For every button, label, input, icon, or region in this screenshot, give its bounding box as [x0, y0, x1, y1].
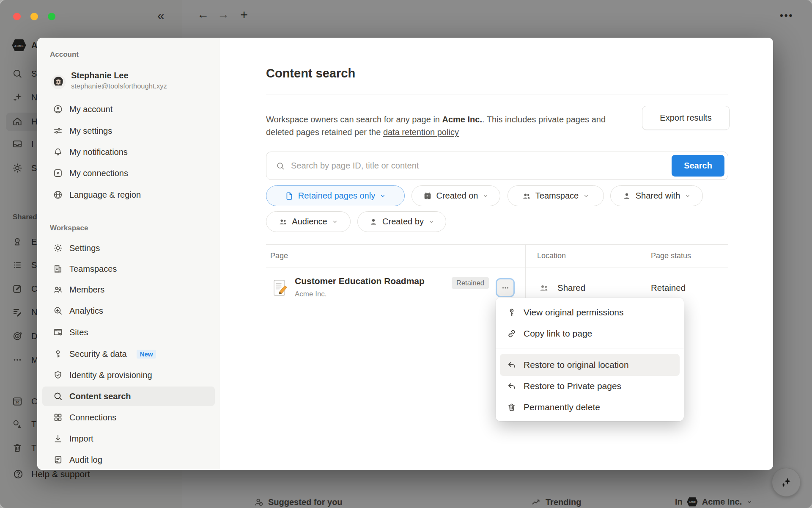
nav-item-content-search[interactable]: Content search	[53, 387, 131, 405]
workspace-section-header: Workspace	[50, 224, 88, 232]
desktop: « ACME Acme Inc. S N H I S Shared E S C …	[0, 0, 812, 508]
column-header-page: Page	[270, 251, 288, 260]
column-header-page-status: Page status	[651, 251, 691, 260]
chevron-down-icon	[583, 193, 590, 199]
row-location: Shared	[557, 283, 585, 293]
retained-badge: Retained	[452, 277, 489, 289]
nav-label: Audit log	[69, 455, 102, 465]
nav-item-my-account[interactable]: My account	[53, 100, 112, 118]
chip-label: Shared with	[636, 191, 680, 201]
filter-chip-retained-pages-only[interactable]: Retained pages only	[266, 185, 405, 206]
nav-item-import[interactable]: Import	[53, 430, 93, 447]
nav-label: Sites	[69, 328, 88, 337]
workspace-name-bold: Acme Inc.	[442, 115, 482, 124]
nav-label: Identity & provisioning	[69, 370, 152, 380]
export-results-button[interactable]: Export results	[642, 106, 730, 130]
document-icon	[285, 191, 294, 201]
filter-chip-audience[interactable]: Audience	[266, 211, 351, 232]
zoom-window-button[interactable]	[48, 13, 55, 20]
menu-item-view-original-permissions[interactable]: View original permissions	[496, 302, 684, 323]
close-window-button[interactable]	[13, 13, 21, 20]
nav-item-ws-settings[interactable]: Settings	[53, 239, 100, 257]
scroll-icon	[53, 455, 63, 465]
row-page-title[interactable]: Customer Education Roadmap	[295, 276, 425, 286]
people-icon	[278, 217, 288, 226]
filter-chip-teamspace[interactable]: Teamspace	[508, 185, 604, 206]
title-divider	[266, 94, 728, 94]
grid-icon	[53, 412, 63, 422]
key-icon	[507, 307, 517, 318]
nav-item-identity-provisioning[interactable]: Identity & provisioning	[53, 366, 152, 384]
nav-label: Import	[69, 434, 93, 444]
nav-label: Settings	[69, 243, 100, 253]
nav-item-my-notifications[interactable]: My notifications	[53, 143, 128, 161]
app-window: « ACME Acme Inc. S N H I S Shared E S C …	[0, 0, 812, 508]
menu-divider	[496, 348, 684, 348]
menu-label: Permanently delete	[524, 402, 600, 412]
nav-label: Content search	[69, 392, 131, 401]
chevron-down-icon	[428, 218, 435, 225]
calendar-icon	[423, 191, 432, 201]
search-input[interactable]	[290, 160, 672, 171]
person-circle-icon	[53, 104, 63, 114]
person-icon	[622, 191, 631, 201]
chevron-down-icon	[684, 193, 691, 199]
arrow-out-box-icon	[53, 168, 63, 178]
menu-item-restore-original-location[interactable]: Restore to original location	[496, 354, 684, 375]
sliders-icon	[53, 126, 63, 136]
menu-item-restore-private-pages[interactable]: Restore to Private pages	[496, 375, 684, 397]
nav-label: Connections	[69, 413, 116, 422]
chevron-down-icon	[332, 218, 338, 225]
table-header-divider	[266, 268, 728, 268]
filter-chip-created-on[interactable]: Created on	[411, 185, 500, 206]
desc-text: Workspace owners can search for any page…	[266, 115, 442, 124]
nav-item-analytics[interactable]: Analytics	[53, 302, 103, 320]
ellipsis-icon	[501, 283, 510, 293]
building-icon	[53, 264, 63, 274]
menu-label: View original permissions	[524, 307, 624, 318]
nav-item-sites[interactable]: Sites	[53, 323, 88, 341]
nav-label: Analytics	[69, 306, 103, 316]
browser-cursor-icon	[53, 327, 63, 337]
nav-item-my-connections[interactable]: My connections	[53, 164, 128, 182]
data-retention-policy-link[interactable]: data retention policy	[383, 127, 459, 137]
chip-label: Retained pages only	[298, 191, 375, 201]
minimize-window-button[interactable]	[30, 13, 38, 20]
page-title: Content search	[266, 66, 355, 80]
nav-label: Teamspaces	[69, 264, 117, 274]
filter-chip-created-by[interactable]: Created by	[357, 211, 446, 232]
filter-chip-shared-with[interactable]: Shared with	[610, 185, 703, 206]
people-icon	[539, 283, 549, 293]
nav-label: My settings	[69, 126, 112, 136]
menu-label: Restore to Private pages	[524, 381, 621, 391]
people-icon	[522, 191, 531, 201]
nav-item-security-data[interactable]: Security & dataNew	[53, 345, 156, 363]
nav-item-teamspaces[interactable]: Teamspaces	[53, 260, 117, 278]
menu-label: Restore to original location	[524, 360, 629, 370]
magnifier-plus-icon	[53, 306, 63, 316]
chip-label: Created on	[436, 191, 478, 201]
nav-label: Security & data	[69, 349, 127, 359]
menu-item-permanently-delete[interactable]: Permanently delete	[496, 397, 684, 418]
search-button[interactable]: Search	[672, 155, 724, 177]
chevron-down-icon	[482, 193, 489, 199]
row-context-menu: View original permissions Copy link to p…	[496, 298, 684, 421]
nav-item-language-region[interactable]: Language & region	[53, 186, 141, 204]
gear-icon	[53, 243, 63, 253]
search-icon	[276, 161, 285, 171]
menu-item-copy-link[interactable]: Copy link to page	[496, 323, 684, 344]
download-icon	[53, 433, 63, 444]
column-header-location: Location	[537, 251, 566, 260]
settings-nav: Account Stephanie Lee stephanie@toolsfor…	[37, 38, 220, 470]
page-thumbnail-icon	[273, 279, 288, 297]
row-more-button[interactable]	[496, 278, 515, 297]
nav-item-members[interactable]: Members	[53, 281, 104, 298]
account-section-header: Account	[50, 50, 79, 59]
nav-item-my-settings[interactable]: My settings	[53, 122, 112, 140]
row-status: Retained	[651, 283, 686, 293]
bell-icon	[53, 147, 63, 157]
avatar	[51, 75, 66, 89]
nav-item-connections[interactable]: Connections	[53, 409, 116, 426]
nav-item-audit-log[interactable]: Audit log	[53, 451, 102, 469]
undo-arrow-icon	[507, 381, 517, 391]
